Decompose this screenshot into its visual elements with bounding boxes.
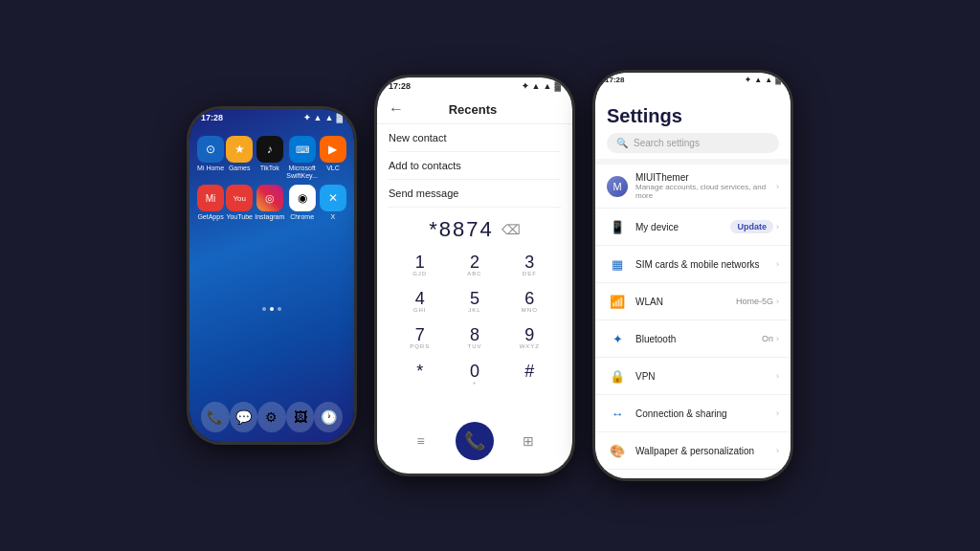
connection-content: Connection & sharing bbox=[635, 408, 768, 419]
dialer-bluetooth-icon: ✦ bbox=[522, 81, 529, 91]
settings-item-vpn[interactable]: 🔒 VPN › bbox=[595, 358, 791, 395]
wlan-label: WLAN bbox=[635, 297, 728, 307]
dock-gallery[interactable]: 🖼 bbox=[286, 402, 315, 432]
key-hash[interactable]: # bbox=[502, 357, 557, 393]
app-tiktok[interactable]: ♪ TikTok bbox=[255, 136, 284, 179]
key-8[interactable]: 8TUV bbox=[447, 320, 501, 357]
phone-dialer: 17:28 ✦ ▲ ▲ ▓ ← Recents New contact Add … bbox=[374, 75, 575, 476]
aod-content: Always-on display & Lock screen bbox=[635, 477, 768, 478]
search-icon: 🔍 bbox=[616, 138, 628, 148]
app-tiktok-label: TikTok bbox=[260, 165, 279, 172]
call-button[interactable]: 📞 bbox=[456, 422, 494, 460]
dialer-battery-icon: ▓ bbox=[554, 81, 561, 91]
app-x-icon: ✕ bbox=[320, 185, 346, 211]
key-9[interactable]: 9WXYZ bbox=[502, 320, 557, 357]
settings-icon: ⚙ bbox=[265, 409, 278, 425]
home-dock: 📞 💬 ⚙ 🖼 🕐 bbox=[189, 402, 354, 432]
app-getapps-label: GetApps bbox=[197, 213, 223, 221]
chevron-icon: › bbox=[776, 182, 779, 191]
dot-2 bbox=[270, 307, 274, 311]
sim-label: SIM cards & mobile networks bbox=[635, 259, 768, 270]
page-dots bbox=[189, 307, 354, 311]
mydevice-label: My device bbox=[635, 222, 723, 232]
settings-status-time: 17:28 bbox=[605, 76, 624, 84]
dock-phone[interactable]: 📞 bbox=[201, 402, 230, 432]
back-button[interactable]: ← bbox=[389, 100, 404, 118]
settings-item-wallpaper[interactable]: 🎨 Wallpaper & personalization › bbox=[595, 432, 791, 470]
dialer-bottom-bar: ≡ 📞 ⊞ bbox=[377, 416, 572, 466]
app-mihome[interactable]: ⊙ Mi Home bbox=[197, 136, 224, 179]
delete-button[interactable]: ⌫ bbox=[501, 222, 521, 237]
bluetooth-icon: ✦ bbox=[303, 113, 311, 122]
dialer-menu: New contact Add to contacts Send message bbox=[377, 124, 572, 208]
dock-clock[interactable]: 🕐 bbox=[314, 402, 343, 432]
send-message-item[interactable]: Send message bbox=[389, 180, 561, 208]
app-mihome-icon: ⊙ bbox=[197, 136, 224, 163]
app-x[interactable]: ✕ X bbox=[320, 185, 346, 221]
bluetooth-settings-icon: ✦ bbox=[607, 328, 628, 349]
dialpad-icon-button[interactable]: ≡ bbox=[407, 427, 435, 455]
settings-item-bluetooth[interactable]: ✦ Bluetooth On › bbox=[595, 320, 791, 358]
wlan-network: Home-5G bbox=[736, 297, 773, 306]
grid-icon: ⊞ bbox=[523, 433, 534, 449]
app-vlc-icon: ▶ bbox=[320, 136, 346, 163]
new-contact-item[interactable]: New contact bbox=[389, 124, 561, 152]
app-swiftkey-label: Microsoft SwiftKey... bbox=[286, 165, 318, 179]
app-games[interactable]: ★ Games bbox=[226, 136, 253, 179]
app-instagram[interactable]: ◎ Instagram bbox=[255, 185, 284, 221]
key-6[interactable]: 6MNO bbox=[502, 284, 557, 320]
app-getapps[interactable]: Mi GetApps bbox=[197, 185, 224, 221]
aod-label: Always-on display & Lock screen bbox=[635, 477, 768, 478]
key-2[interactable]: 2ABC bbox=[447, 248, 501, 284]
dialer-status-bar: 17:28 ✦ ▲ ▲ ▓ bbox=[377, 77, 572, 93]
phone-icon: 📞 bbox=[207, 409, 223, 425]
s-signal-icon: ▲ bbox=[754, 76, 762, 84]
app-chrome[interactable]: ◉ Chrome bbox=[286, 185, 318, 221]
key-7[interactable]: 7PQRS bbox=[392, 320, 447, 357]
bluetooth-status: On bbox=[762, 334, 773, 343]
wifi-icon: ▲ bbox=[325, 113, 334, 122]
s-battery-icon: ▓ bbox=[775, 76, 781, 84]
search-placeholder: Search settings bbox=[634, 138, 700, 148]
dialer-wifi-icon: ▲ bbox=[544, 81, 552, 91]
mydevice-icon: 📱 bbox=[607, 216, 628, 237]
miui-avatar: M bbox=[607, 176, 628, 197]
settings-item-aod[interactable]: 🔓 Always-on display & Lock screen › bbox=[595, 470, 791, 478]
settings-item-wlan[interactable]: 📶 WLAN Home-5G › bbox=[595, 283, 791, 320]
key-5[interactable]: 5JKL bbox=[447, 284, 501, 320]
clock-icon: 🕐 bbox=[321, 409, 337, 425]
app-vlc[interactable]: ▶ VLC bbox=[320, 136, 346, 179]
wlan-content: WLAN bbox=[635, 297, 728, 307]
key-0[interactable]: 0+ bbox=[447, 357, 501, 393]
app-x-label: X bbox=[331, 213, 336, 221]
app-youtube[interactable]: You YouTube bbox=[226, 185, 253, 221]
sim-content: SIM cards & mobile networks bbox=[635, 259, 768, 270]
settings-item-connection[interactable]: ↔ Connection & sharing › bbox=[595, 395, 791, 432]
keypad: 1GJD 2ABC 3DEF 4GHI 5JKL 6MNO 7PQRS 8TUV… bbox=[377, 248, 572, 393]
wlan-icon: 📶 bbox=[607, 291, 628, 312]
vpn-chevron: › bbox=[776, 371, 779, 381]
s-bluetooth-icon: ✦ bbox=[745, 76, 751, 84]
dialer-number: *8874 bbox=[429, 217, 494, 242]
battery-icon: ▓ bbox=[336, 113, 343, 122]
settings-item-sim[interactable]: ▦ SIM cards & mobile networks › bbox=[595, 246, 791, 283]
key-1[interactable]: 1GJD bbox=[392, 248, 447, 284]
dock-settings[interactable]: ⚙ bbox=[257, 402, 286, 432]
key-3[interactable]: 3DEF bbox=[502, 248, 557, 284]
settings-item-mydevice[interactable]: 📱 My device Update › bbox=[595, 209, 791, 246]
wlan-chevron: › bbox=[776, 297, 779, 306]
app-swiftkey[interactable]: ⌨ Microsoft SwiftKey... bbox=[286, 136, 318, 179]
settings-item-miui[interactable]: M MIUIThemer Manage accounts, cloud serv… bbox=[595, 165, 791, 209]
app-instagram-label: Instagram bbox=[255, 213, 284, 221]
app-tiktok-icon: ♪ bbox=[256, 136, 283, 163]
contacts-button[interactable]: ⊞ bbox=[514, 427, 543, 455]
dock-messages[interactable]: 💬 bbox=[230, 402, 258, 432]
key-4[interactable]: 4GHI bbox=[392, 284, 447, 320]
settings-search-bar[interactable]: 🔍 Search settings bbox=[607, 133, 779, 153]
app-games-label: Games bbox=[229, 165, 251, 172]
settings-list: M MIUIThemer Manage accounts, cloud serv… bbox=[595, 165, 791, 478]
key-star[interactable]: * bbox=[392, 357, 447, 393]
add-to-contacts-item[interactable]: Add to contacts bbox=[389, 152, 561, 180]
call-icon: 📞 bbox=[464, 430, 485, 452]
status-icons: ✦ ▲ ▲ ▓ bbox=[303, 113, 343, 122]
